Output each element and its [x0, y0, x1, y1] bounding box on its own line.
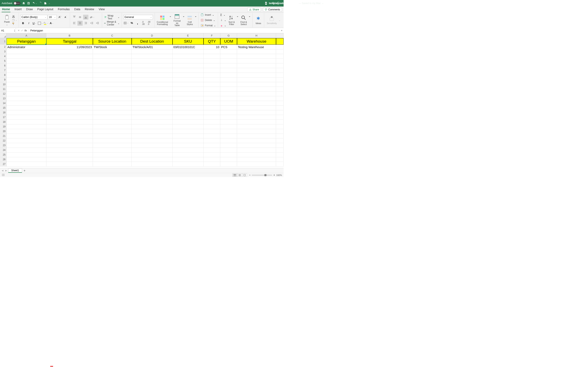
cell-G15[interactable]	[220, 106, 237, 110]
cell-F19[interactable]	[204, 124, 220, 129]
copy-button[interactable]: ⌄	[12, 18, 17, 22]
row-header-9[interactable]: 9	[0, 77, 7, 82]
cell-H2[interactable]: Testing Warehouse	[237, 45, 276, 49]
cell-H20[interactable]	[237, 129, 276, 134]
cell-A11[interactable]	[7, 87, 46, 92]
clear-button[interactable]: ⌄	[220, 23, 227, 28]
increase-font-button[interactable]: A^	[57, 15, 62, 20]
zoom-out-button[interactable]: −	[249, 174, 251, 176]
autosave-toggle[interactable]: AutoSave OFF	[2, 2, 20, 5]
view-normal-button[interactable]	[232, 174, 237, 177]
cell-F17[interactable]	[204, 115, 220, 120]
cell-H14[interactable]	[237, 101, 276, 106]
cell-D5[interactable]	[132, 59, 173, 63]
cell-F15[interactable]	[204, 106, 220, 110]
decrease-decimal-button[interactable]: .00.0	[146, 21, 152, 25]
redo-icon[interactable]	[39, 2, 42, 5]
cell-E17[interactable]	[173, 115, 204, 120]
sheet-nav-next-icon[interactable]: ▶	[4, 169, 8, 172]
row-header-18[interactable]: 18	[0, 120, 7, 124]
cell-H1[interactable]: Warehouse	[237, 38, 276, 45]
row-header-19[interactable]: 19	[0, 124, 7, 129]
cell-E21[interactable]	[173, 134, 204, 138]
cell-A23[interactable]	[7, 143, 46, 148]
row-header-6[interactable]: 6	[0, 63, 7, 68]
cell-C9[interactable]	[93, 77, 132, 82]
cell-E23[interactable]	[173, 143, 204, 148]
row-header-8[interactable]: 8	[0, 73, 7, 77]
cell-B8[interactable]	[46, 73, 93, 77]
sheet-nav-prev-icon[interactable]: ◀	[1, 169, 4, 172]
comma-button[interactable]: ,	[135, 21, 140, 25]
tab-page-layout[interactable]: Page Layout	[37, 7, 54, 12]
cell-A20[interactable]	[7, 129, 46, 134]
view-page-break-button[interactable]	[242, 174, 247, 177]
cell-C8[interactable]	[93, 73, 132, 77]
cell-E16[interactable]	[173, 110, 204, 115]
sort-filter-button[interactable]: AZ Sort & Filter	[227, 15, 236, 26]
cell-A22[interactable]	[7, 138, 46, 143]
cell-G21[interactable]	[220, 134, 237, 138]
cell-E15[interactable]	[173, 106, 204, 110]
cell-D7[interactable]	[132, 68, 173, 73]
tab-draw[interactable]: Draw	[26, 7, 33, 12]
cell-A27[interactable]	[7, 162, 46, 167]
qat-more-icon[interactable]: ⌄	[49, 2, 50, 4]
cell-C20[interactable]	[93, 129, 132, 134]
cell-H19[interactable]	[237, 124, 276, 129]
row-header-12[interactable]: 12	[0, 92, 7, 96]
cell-H9[interactable]	[237, 77, 276, 82]
format-as-table-button[interactable]: Format as Table	[172, 13, 182, 27]
cell-F10[interactable]	[204, 82, 220, 87]
cell-C1[interactable]: Source Location	[93, 38, 132, 45]
cell-A25[interactable]	[7, 152, 46, 157]
cell-F12[interactable]	[204, 92, 220, 96]
cell-C25[interactable]	[93, 152, 132, 157]
number-format-combo[interactable]: General⌄	[123, 15, 153, 19]
cell-G24[interactable]	[220, 148, 237, 152]
decrease-font-button[interactable]: Aˇ	[63, 15, 68, 20]
align-bottom-button[interactable]	[83, 15, 88, 20]
underline-button[interactable]: U⌄	[32, 21, 37, 26]
cell-A5[interactable]	[7, 59, 46, 63]
percent-button[interactable]: %	[129, 21, 135, 25]
cell-B4[interactable]	[46, 54, 93, 59]
cell-D18[interactable]	[132, 120, 173, 124]
cell-F3[interactable]	[204, 49, 220, 54]
cell-G25[interactable]	[220, 152, 237, 157]
cell-G26[interactable]	[220, 157, 237, 162]
cell-E1[interactable]: SKU	[173, 38, 204, 45]
cell-G13[interactable]	[220, 96, 237, 101]
cell-H15[interactable]	[237, 106, 276, 110]
cell-D22[interactable]	[132, 138, 173, 143]
tab-data[interactable]: Data	[74, 7, 81, 12]
cell-B21[interactable]	[46, 134, 93, 138]
cell-D19[interactable]	[132, 124, 173, 129]
cell-B11[interactable]	[46, 87, 93, 92]
cell-B3[interactable]	[46, 49, 93, 54]
select-all-corner[interactable]	[0, 33, 7, 38]
cell-E25[interactable]	[173, 152, 204, 157]
cell-B2[interactable]: 11/09/2023	[46, 45, 93, 49]
row-header-20[interactable]: 20	[0, 129, 7, 134]
cell-C6[interactable]	[93, 63, 132, 68]
cell-E12[interactable]	[173, 92, 204, 96]
cell-F23[interactable]	[204, 143, 220, 148]
cell-G9[interactable]	[220, 77, 237, 82]
cell-E9[interactable]	[173, 77, 204, 82]
cell-B6[interactable]	[46, 63, 93, 68]
cell-C22[interactable]	[93, 138, 132, 143]
cell-F1[interactable]: QTY	[204, 38, 220, 45]
cell-H7[interactable]	[237, 68, 276, 73]
cut-button[interactable]	[12, 15, 17, 18]
cell-C24[interactable]	[93, 148, 132, 152]
tab-insert[interactable]: Insert	[14, 7, 22, 12]
cell-C16[interactable]	[93, 110, 132, 115]
zoom-level[interactable]: 160%	[276, 174, 282, 176]
font-color-button[interactable]: A⌄	[49, 21, 54, 26]
row-header-7[interactable]: 7	[0, 68, 7, 73]
row-header-13[interactable]: 13	[0, 96, 7, 101]
column-header-G[interactable]: G	[220, 33, 237, 38]
cell-A10[interactable]	[7, 82, 46, 87]
align-top-button[interactable]	[72, 15, 77, 20]
